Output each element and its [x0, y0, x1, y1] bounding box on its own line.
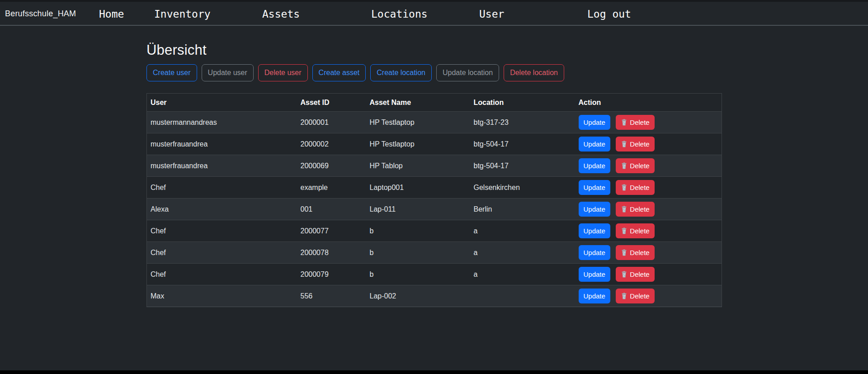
nav-item-locations[interactable]: Locations	[371, 2, 428, 26]
cell-user: musterfrauandrea	[147, 133, 297, 155]
column-header-asset-name: Asset Name	[366, 94, 470, 112]
nav-item-assets[interactable]: Assets	[262, 2, 300, 26]
trash-icon	[621, 119, 627, 126]
update-button[interactable]: Update	[579, 115, 610, 130]
create-asset-button[interactable]: Create asset	[312, 64, 366, 81]
delete-location-button[interactable]: Delete location	[504, 64, 564, 81]
cell-user: Chef	[147, 264, 297, 285]
trash-icon	[621, 249, 627, 256]
cell-actions: Update Delete	[575, 155, 722, 177]
trash-icon	[621, 162, 627, 169]
toolbar: Create userUpdate userDelete userCreate …	[146, 64, 722, 81]
column-header-asset-id: Asset ID	[297, 94, 366, 112]
trash-icon	[621, 206, 627, 213]
cell-actions: Update Delete	[575, 220, 722, 242]
nav-item-inventory[interactable]: Inventory	[154, 2, 211, 26]
cell-actions: Update Delete	[575, 133, 722, 155]
nav-item-user[interactable]: User	[479, 2, 504, 26]
update-location-button[interactable]: Update location	[436, 64, 499, 81]
trash-icon	[621, 227, 627, 234]
cell-location: btg-317-23	[470, 112, 575, 133]
nav-item-logout[interactable]: Log out	[587, 2, 631, 26]
cell-user: Max	[147, 285, 297, 307]
cell-asset-name: HP Testlaptop	[366, 112, 470, 133]
asset-table: User Asset ID Asset Name Location Action…	[146, 93, 722, 307]
delete-button-label: Delete	[630, 227, 649, 235]
delete-button-label: Delete	[630, 162, 649, 170]
delete-button[interactable]: Delete	[616, 223, 654, 238]
table-row: Max 556 Lap-002 Update Delete	[147, 285, 722, 307]
cell-asset-id: example	[297, 177, 366, 199]
delete-button-label: Delete	[630, 249, 649, 256]
table-row: Chef 2000078 b a Update Delete	[147, 242, 722, 264]
cell-location	[470, 285, 575, 307]
delete-user-button[interactable]: Delete user	[258, 64, 308, 81]
delete-button[interactable]: Delete	[616, 115, 654, 130]
window-bottom-strip	[0, 370, 868, 374]
trash-icon	[621, 271, 627, 278]
delete-button-label: Delete	[630, 118, 649, 126]
update-button[interactable]: Update	[579, 137, 610, 151]
cell-asset-name: Lap-002	[366, 285, 470, 307]
update-button[interactable]: Update	[579, 267, 610, 282]
column-header-user: User	[147, 94, 297, 112]
delete-button[interactable]: Delete	[616, 158, 654, 173]
table-row: musterfrauandrea 2000002 HP Testlaptop b…	[147, 133, 722, 155]
delete-button[interactable]: Delete	[616, 267, 654, 282]
delete-button[interactable]: Delete	[616, 289, 654, 303]
cell-asset-id: 2000069	[297, 155, 366, 177]
update-button[interactable]: Update	[579, 245, 610, 260]
cell-asset-id: 2000079	[297, 264, 366, 285]
update-button[interactable]: Update	[579, 202, 610, 217]
create-location-button[interactable]: Create location	[370, 64, 432, 81]
column-header-location: Location	[470, 94, 575, 112]
cell-asset-name: b	[366, 220, 470, 242]
nav-item-home[interactable]: Home	[99, 2, 124, 26]
page-title: Übersicht	[146, 42, 722, 58]
table-row: Chef 2000079 b a Update Delete	[147, 264, 722, 285]
cell-actions: Update Delete	[575, 199, 722, 220]
delete-button[interactable]: Delete	[616, 245, 654, 260]
cell-user: musterfrauandrea	[147, 155, 297, 177]
cell-actions: Update Delete	[575, 177, 722, 199]
table-header-row: User Asset ID Asset Name Location Action	[147, 94, 722, 112]
cell-user: mustermannandreas	[147, 112, 297, 133]
update-button[interactable]: Update	[579, 180, 610, 195]
main-content: Übersicht Create userUpdate userDelete u…	[146, 42, 722, 307]
cell-actions: Update Delete	[575, 112, 722, 133]
delete-button[interactable]: Delete	[616, 137, 654, 151]
create-user-button[interactable]: Create user	[146, 64, 197, 81]
cell-actions: Update Delete	[575, 264, 722, 285]
cell-user: Chef	[147, 242, 297, 264]
table-row: Alexa 001 Lap-011 Berlin Update Delete	[147, 199, 722, 220]
cell-location: a	[470, 242, 575, 264]
trash-icon	[621, 293, 627, 299]
table-row: Chef example Laptop001 Gelsenkirchen Upd…	[147, 177, 722, 199]
delete-button[interactable]: Delete	[616, 180, 654, 195]
update-button[interactable]: Update	[579, 158, 610, 173]
cell-asset-id: 2000078	[297, 242, 366, 264]
table-row: mustermannandreas 2000001 HP Testlaptop …	[147, 112, 722, 133]
cell-actions: Update Delete	[575, 242, 722, 264]
navbar-brand[interactable]: Berufsschule_HAM	[5, 2, 76, 26]
cell-asset-name: Lap-011	[366, 199, 470, 220]
cell-asset-name: HP Testlaptop	[366, 133, 470, 155]
update-button[interactable]: Update	[579, 223, 610, 238]
update-user-button[interactable]: Update user	[202, 64, 254, 81]
cell-user: Chef	[147, 220, 297, 242]
cell-location: a	[470, 220, 575, 242]
cell-asset-id: 2000077	[297, 220, 366, 242]
trash-icon	[621, 184, 627, 191]
cell-asset-name: HP Tablop	[366, 155, 470, 177]
cell-actions: Update Delete	[575, 285, 722, 307]
delete-button-label: Delete	[630, 140, 649, 148]
cell-asset-name: b	[366, 264, 470, 285]
cell-location: Berlin	[470, 199, 575, 220]
delete-button[interactable]: Delete	[616, 202, 654, 217]
cell-asset-id: 001	[297, 199, 366, 220]
update-button[interactable]: Update	[579, 289, 610, 303]
column-header-action: Action	[575, 94, 722, 112]
cell-location: btg-504-17	[470, 155, 575, 177]
delete-button-label: Delete	[630, 184, 649, 191]
table-row: musterfrauandrea 2000069 HP Tablop btg-5…	[147, 155, 722, 177]
